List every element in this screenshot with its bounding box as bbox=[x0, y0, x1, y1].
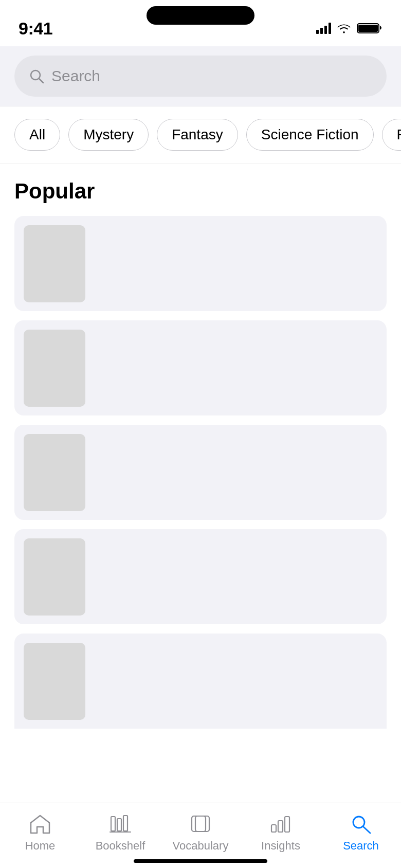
svg-rect-11 bbox=[278, 821, 283, 832]
tab-vocabulary-label: Vocabulary bbox=[173, 839, 229, 853]
book-cover bbox=[24, 225, 85, 302]
svg-rect-12 bbox=[285, 817, 289, 832]
vocabulary-icon bbox=[188, 812, 213, 835]
svg-rect-6 bbox=[123, 816, 127, 831]
tab-home-label: Home bbox=[25, 839, 56, 853]
book-card[interactable] bbox=[14, 216, 387, 311]
battery-icon bbox=[357, 22, 382, 34]
home-icon bbox=[27, 812, 53, 835]
category-mystery[interactable]: Mystery bbox=[68, 119, 149, 151]
book-cover bbox=[24, 538, 85, 616]
tab-bookshelf-label: Bookshelf bbox=[96, 839, 145, 853]
category-fantasy[interactable]: Fantasy bbox=[157, 119, 238, 151]
search-bar[interactable]: Search bbox=[14, 56, 387, 97]
insights-icon bbox=[268, 812, 294, 835]
home-indicator bbox=[134, 859, 267, 863]
tab-search-label: Search bbox=[343, 839, 379, 853]
dynamic-island bbox=[147, 6, 254, 25]
book-card[interactable] bbox=[14, 320, 387, 415]
tab-insights[interactable]: Insights bbox=[250, 812, 312, 853]
category-all[interactable]: All bbox=[14, 119, 60, 151]
wifi-icon bbox=[337, 23, 351, 33]
search-icon bbox=[29, 68, 44, 84]
search-placeholder: Search bbox=[51, 67, 100, 85]
book-cover bbox=[24, 643, 85, 720]
search-tab-icon bbox=[348, 812, 374, 835]
book-card[interactable] bbox=[14, 634, 387, 729]
tab-vocabulary[interactable]: Vocabulary bbox=[170, 812, 231, 853]
svg-rect-1 bbox=[358, 25, 378, 32]
signal-icon bbox=[316, 23, 331, 34]
tab-home[interactable]: Home bbox=[9, 812, 71, 853]
svg-rect-9 bbox=[195, 816, 206, 831]
bookshelf-icon bbox=[107, 812, 133, 835]
tab-search[interactable]: Search bbox=[330, 812, 392, 853]
popular-title: Popular bbox=[14, 179, 387, 204]
popular-section: Popular bbox=[0, 164, 401, 729]
tab-bookshelf[interactable]: Bookshelf bbox=[89, 812, 151, 853]
svg-line-14 bbox=[363, 827, 371, 834]
categories-container: All Mystery Fantasy Science Fiction Ro bbox=[0, 106, 401, 164]
book-cover bbox=[24, 434, 85, 511]
category-science-fiction[interactable]: Science Fiction bbox=[246, 119, 374, 151]
svg-line-3 bbox=[39, 79, 43, 83]
tab-insights-label: Insights bbox=[261, 839, 300, 853]
search-bar-container: Search bbox=[0, 46, 401, 106]
tab-bar: Home Bookshelf Vocabulary bbox=[0, 803, 401, 868]
status-icons bbox=[316, 22, 382, 34]
book-card[interactable] bbox=[14, 425, 387, 520]
svg-rect-5 bbox=[117, 819, 121, 831]
svg-rect-4 bbox=[111, 817, 115, 831]
svg-rect-10 bbox=[271, 825, 276, 832]
book-card-list bbox=[14, 216, 387, 729]
category-romance-partial[interactable]: Ro bbox=[382, 119, 401, 151]
book-cover bbox=[24, 330, 85, 407]
svg-rect-8 bbox=[192, 816, 209, 831]
status-time: 9:41 bbox=[19, 19, 52, 39]
status-bar: 9:41 bbox=[0, 0, 401, 46]
book-card[interactable] bbox=[14, 529, 387, 624]
